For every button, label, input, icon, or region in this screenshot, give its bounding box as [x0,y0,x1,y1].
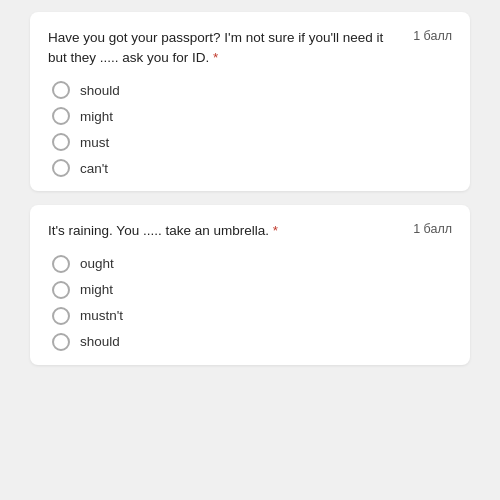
radio-icon-2-4[interactable] [52,333,70,351]
radio-icon-2-2[interactable] [52,281,70,299]
question-header-2: It's raining. You ..... take an umbrella… [48,221,452,241]
radio-icon-2-3[interactable] [52,307,70,325]
option-label-1-4: can't [80,161,108,176]
option-1-4[interactable]: can't [52,159,452,177]
radio-icon-2-1[interactable] [52,255,70,273]
question-text-2: It's raining. You ..... take an umbrella… [48,221,413,241]
required-star: * [213,50,218,65]
option-label-2-2: might [80,282,113,297]
options-group-2: oughtmightmustn'tshould [48,255,452,351]
question-header-1: Have you got your passport? I'm not sure… [48,28,452,67]
required-star: * [273,223,278,238]
option-1-1[interactable]: should [52,81,452,99]
option-1-2[interactable]: might [52,107,452,125]
question-card-2: It's raining. You ..... take an umbrella… [30,205,470,365]
radio-icon-1-3[interactable] [52,133,70,151]
radio-icon-1-2[interactable] [52,107,70,125]
question-text-1: Have you got your passport? I'm not sure… [48,28,413,67]
option-label-1-1: should [80,83,120,98]
option-label-2-1: ought [80,256,114,271]
options-group-1: shouldmightmustcan't [48,81,452,177]
radio-icon-1-4[interactable] [52,159,70,177]
page: Have you got your passport? I'm not sure… [0,0,500,500]
option-1-3[interactable]: must [52,133,452,151]
option-2-3[interactable]: mustn't [52,307,452,325]
option-2-1[interactable]: ought [52,255,452,273]
question-card-1: Have you got your passport? I'm not sure… [30,12,470,191]
option-label-2-3: mustn't [80,308,123,323]
points-label-2: 1 балл [413,221,452,236]
option-2-2[interactable]: might [52,281,452,299]
option-label-1-2: might [80,109,113,124]
points-label-1: 1 балл [413,28,452,43]
option-label-2-4: should [80,334,120,349]
radio-icon-1-1[interactable] [52,81,70,99]
option-label-1-3: must [80,135,109,150]
option-2-4[interactable]: should [52,333,452,351]
